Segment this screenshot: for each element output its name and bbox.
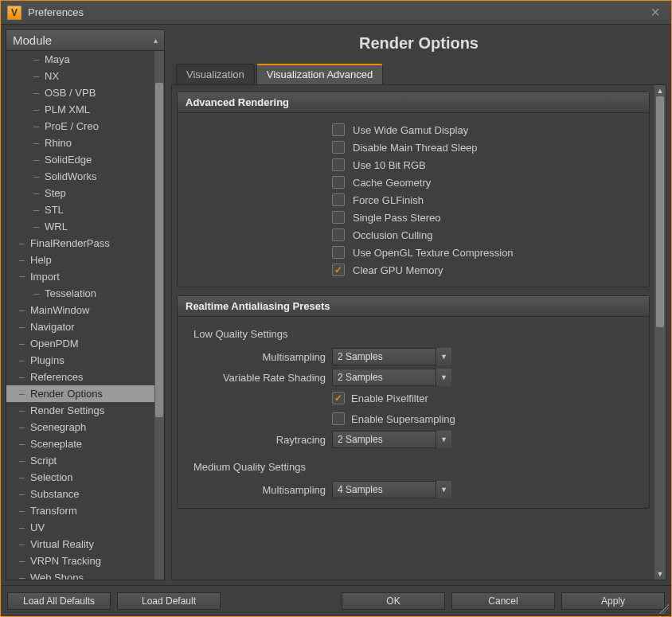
- checkbox[interactable]: [332, 141, 345, 154]
- sidebar-item[interactable]: –WRL: [6, 218, 154, 235]
- scrollbar-thumb[interactable]: [155, 83, 163, 417]
- sidebar-item[interactable]: –VRPN Tracking: [6, 553, 154, 569]
- checkbox[interactable]: [332, 228, 345, 241]
- option-row: Clear GPU Memory: [332, 261, 636, 279]
- option-label: Force GLFinish: [353, 194, 424, 206]
- collapse-icon[interactable]: −: [19, 269, 25, 284]
- titlebar[interactable]: V Preferences ×: [1, 1, 671, 25]
- tree-dash-icon: –: [19, 537, 25, 552]
- sidebar-item[interactable]: –FinalRenderPass: [6, 235, 154, 252]
- sidebar-item[interactable]: –Render Settings: [6, 402, 154, 419]
- tree-dash-icon: –: [19, 553, 25, 568]
- sidebar-header[interactable]: Module ▴: [6, 29, 165, 51]
- checkbox[interactable]: [332, 193, 345, 206]
- combo-multisampling-low[interactable]: 2 Samples ▼: [332, 348, 451, 365]
- checkbox[interactable]: [332, 123, 345, 136]
- option-row: Use 10 Bit RGB: [332, 156, 636, 174]
- tab-visualization[interactable]: Visualization: [176, 64, 255, 84]
- sidebar-item[interactable]: –Navigator: [6, 318, 154, 335]
- sidebar-item-label: Transform: [30, 505, 77, 517]
- checkbox-pixelfilter[interactable]: [332, 392, 345, 404]
- tree-dash-icon: –: [33, 102, 39, 117]
- sidebar-item[interactable]: –Tesselation: [6, 285, 154, 302]
- sidebar-item-label: ProE / Creo: [45, 120, 99, 132]
- sidebar-item[interactable]: –SolidWorks: [6, 168, 154, 185]
- sidebar-item[interactable]: –Web Shops: [6, 569, 154, 580]
- apply-button[interactable]: Apply: [561, 592, 665, 610]
- content-area: Advanced Rendering Use Wide Gamut Displa…: [172, 85, 654, 580]
- sidebar-item-label: Maya: [45, 53, 70, 65]
- sidebar-item[interactable]: −Import: [6, 268, 154, 285]
- sidebar-item[interactable]: –PLM XML: [6, 101, 154, 118]
- sidebar-item[interactable]: –Substance: [6, 486, 154, 502]
- tab-visualization-advanced[interactable]: Visualization Advanced: [256, 64, 383, 84]
- tree-dash-icon: –: [19, 420, 25, 435]
- sidebar-item[interactable]: –OpenPDM: [6, 335, 154, 352]
- ok-button[interactable]: OK: [342, 592, 445, 610]
- sidebar-item[interactable]: –Render Options: [6, 385, 154, 402]
- label-pixelfilter: Enable Pixelfilter: [351, 392, 428, 404]
- preferences-window: V Preferences × Module ▴ –Maya–NX–OSB / …: [0, 0, 672, 617]
- scrollbar-thumb[interactable]: [656, 96, 664, 327]
- sidebar-item-label: Script: [30, 455, 57, 467]
- sidebar-scrollbar[interactable]: [154, 51, 164, 580]
- sidebar-item[interactable]: –MainWindow: [6, 302, 154, 318]
- sidebar-item[interactable]: –Plugins: [6, 352, 154, 369]
- sidebar-item-label: OSB / VPB: [45, 87, 96, 99]
- close-icon[interactable]: ×: [646, 3, 665, 22]
- sidebar-item-label: Web Shops: [30, 572, 84, 580]
- checkbox-supersampling[interactable]: [332, 412, 345, 425]
- cancel-button[interactable]: Cancel: [451, 592, 555, 610]
- sidebar-item-label: OpenPDM: [30, 338, 79, 350]
- module-tree[interactable]: –Maya–NX–OSB / VPB–PLM XML–ProE / Creo–R…: [6, 51, 154, 580]
- combo-raytracing-low[interactable]: 2 Samples ▼: [332, 431, 451, 448]
- sidebar-item[interactable]: –UV: [6, 519, 154, 536]
- scroll-down-icon[interactable]: ▼: [654, 568, 666, 580]
- tree-dash-icon: –: [19, 252, 25, 267]
- sidebar-item[interactable]: –Transform: [6, 502, 154, 519]
- sidebar-item-label: FinalRenderPass: [30, 237, 110, 249]
- checkbox[interactable]: [332, 264, 345, 276]
- sidebar-item[interactable]: –Selection: [6, 469, 154, 486]
- sidebar-item-label: Tesselation: [45, 287, 96, 299]
- sidebar-item[interactable]: –ProE / Creo: [6, 118, 154, 135]
- combo-multisampling-medium[interactable]: 4 Samples ▼: [332, 481, 451, 498]
- tree-dash-icon: –: [19, 303, 25, 318]
- section-low-quality: Low Quality Settings: [190, 325, 636, 346]
- sidebar-item[interactable]: –Sceneplate: [6, 435, 154, 452]
- sidebar-item-label: Virtual Reality: [30, 538, 94, 550]
- checkbox[interactable]: [332, 246, 345, 259]
- load-default-button[interactable]: Load Default: [117, 592, 221, 610]
- chevron-down-icon: ▼: [436, 431, 451, 448]
- sidebar-item[interactable]: –Step: [6, 185, 154, 201]
- sidebar-item[interactable]: –References: [6, 369, 154, 385]
- label-raytracing: Raytracing: [190, 434, 326, 446]
- sidebar-item[interactable]: –Rhino: [6, 135, 154, 151]
- sidebar-item[interactable]: –Virtual Reality: [6, 536, 154, 553]
- combo-value: 2 Samples: [332, 348, 451, 365]
- option-row: Occlusion Culling: [332, 226, 636, 244]
- sidebar-item[interactable]: –NX: [6, 68, 154, 84]
- combo-vrs-low[interactable]: 2 Samples ▼: [332, 369, 451, 386]
- resize-grip-icon[interactable]: [659, 604, 669, 614]
- sidebar-item[interactable]: –Help: [6, 252, 154, 268]
- sidebar-item-label: Plugins: [30, 354, 64, 366]
- tree-dash-icon: –: [19, 570, 25, 580]
- main-panel: Render Options Visualization Visualizati…: [171, 29, 666, 580]
- checkbox[interactable]: [332, 176, 345, 189]
- chevron-down-icon: ▼: [436, 481, 451, 498]
- tree-dash-icon: –: [19, 336, 25, 351]
- sidebar-item[interactable]: –SolidEdge: [6, 151, 154, 168]
- load-all-defaults-button[interactable]: Load All Defaults: [7, 592, 111, 610]
- scroll-up-icon[interactable]: ▲: [654, 85, 666, 96]
- sidebar-item[interactable]: –Maya: [6, 51, 154, 68]
- checkbox[interactable]: [332, 211, 345, 224]
- sidebar-item[interactable]: –Scenegraph: [6, 419, 154, 435]
- tree-dash-icon: –: [33, 219, 39, 234]
- content-scrollbar[interactable]: ▲ ▼: [654, 85, 666, 580]
- sidebar-item[interactable]: –STL: [6, 201, 154, 218]
- checkbox[interactable]: [332, 158, 345, 171]
- sidebar-item[interactable]: –OSB / VPB: [6, 84, 154, 101]
- option-row: Cache Geometry: [332, 174, 636, 191]
- sidebar-item[interactable]: –Script: [6, 452, 154, 469]
